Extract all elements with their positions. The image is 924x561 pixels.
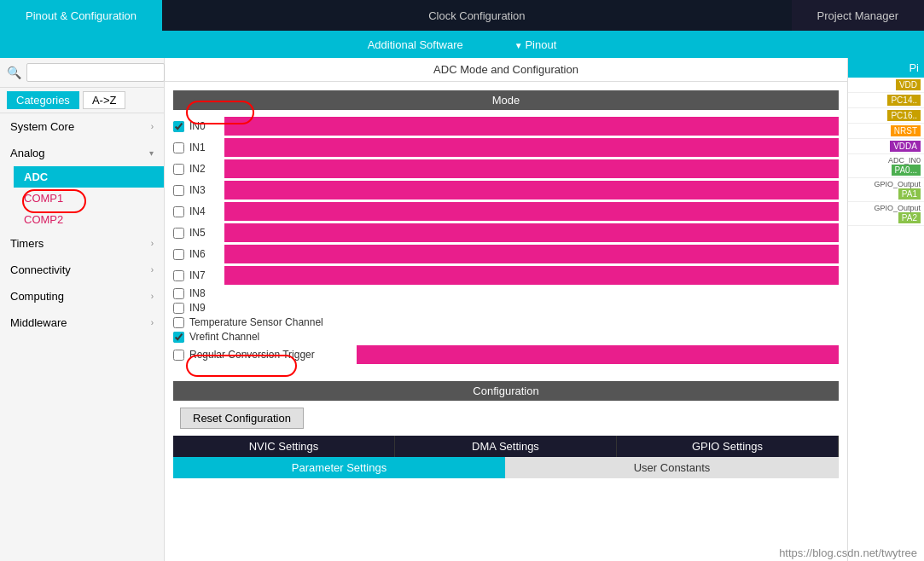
config-section: Configuration Reset Configuration NVIC S… <box>173 381 839 478</box>
channel-in2-label: IN2 <box>189 163 219 175</box>
channel-in4-row: IN4 <box>173 202 839 221</box>
channel-in3-checkbox[interactable] <box>173 185 184 196</box>
regular-conversion-label: Regular Conversion Trigger <box>189 349 352 361</box>
footer-url: https://blog.csdn.net/twytree <box>779 547 917 559</box>
tab-project-manager[interactable]: Project Manager <box>792 0 924 31</box>
search-input[interactable] <box>26 63 165 82</box>
tab-gpio-settings[interactable]: GPIO Settings <box>617 436 839 457</box>
sidebar-subitem-comp1[interactable]: COMP1 <box>14 188 164 209</box>
channel-in6-bar <box>224 245 839 263</box>
channel-in2-checkbox[interactable] <box>173 164 184 175</box>
chevron-right-icon: › <box>151 318 154 327</box>
tab-az[interactable]: A->Z <box>83 91 126 109</box>
channel-in2-bar <box>224 159 839 178</box>
channel-in6-checkbox[interactable] <box>173 249 184 260</box>
channel-in1-row: IN1 <box>173 138 839 157</box>
pin-pa2: GPIO_Output PA2 <box>848 202 924 226</box>
channel-in1-checkbox[interactable] <box>173 142 184 153</box>
chevron-right-icon: › <box>151 265 154 275</box>
channel-in4-bar <box>224 202 839 221</box>
chevron-right-icon: › <box>151 292 154 301</box>
pin-pc14: PC14.. <box>848 93 924 108</box>
channel-in9-checkbox[interactable] <box>173 303 184 314</box>
channel-in6-label: IN6 <box>189 248 219 260</box>
pin-nrst: NRST <box>848 124 924 139</box>
channel-in7-checkbox[interactable] <box>173 270 184 281</box>
nav-additional-software[interactable]: Additional Software <box>359 38 472 51</box>
channel-in8-row: IN8 <box>173 287 839 299</box>
config-buttons-row: Reset Configuration <box>173 401 839 436</box>
pin-pa2-badge: PA2 <box>898 212 921 223</box>
tab-user-constants[interactable]: User Constants <box>506 457 839 478</box>
pin-panel-header: Pi <box>848 58 924 78</box>
channel-in3-bar <box>224 181 839 200</box>
config-tabs-row2: Parameter Settings User Constants <box>173 457 839 478</box>
channel-in1-bar <box>224 138 839 157</box>
pin-vdda: VDDA <box>848 139 924 154</box>
gpio-output-pa1-label: GPIO_Output <box>874 180 921 188</box>
channel-in5-checkbox[interactable] <box>173 228 184 239</box>
main-layout: 🔍 ⚙ Categories A->Z System Core › Analog <box>0 58 924 561</box>
adc-mode-panel: Mode IN0 IN1 <box>165 82 847 561</box>
sidebar-item-timers[interactable]: Timers › <box>0 230 164 257</box>
channel-in9-row: IN9 <box>173 302 839 314</box>
channel-in0-checkbox[interactable] <box>173 121 184 132</box>
sidebar-item-middleware[interactable]: Middleware › <box>0 309 164 336</box>
pin-nrst-badge: NRST <box>891 125 921 136</box>
pin-vdd: VDD <box>848 78 924 93</box>
channel-in1-label: IN1 <box>189 142 219 153</box>
sidebar-item-system-core[interactable]: System Core › <box>0 113 164 140</box>
channel-in8-label: IN8 <box>189 287 206 299</box>
channel-in0-label: IN0 <box>189 120 219 132</box>
temperature-sensor-checkbox[interactable] <box>173 317 184 328</box>
search-icon: 🔍 <box>7 66 21 79</box>
pin-pa0: ADC_IN0 PA0... <box>848 154 924 178</box>
sidebar-item-analog[interactable]: Analog ▾ <box>0 140 164 166</box>
channel-in4-label: IN4 <box>189 205 219 217</box>
mode-section-header: Mode <box>173 90 839 110</box>
nav-pinout[interactable]: Pinout <box>506 38 566 51</box>
vrefint-label: Vrefint Channel <box>189 331 259 343</box>
content-wrapper: ADC Mode and Configuration Mode IN0 <box>165 58 924 561</box>
sidebar-filter-tabs: Categories A->Z <box>0 88 164 113</box>
reset-configuration-button[interactable]: Reset Configuration <box>180 408 304 429</box>
channel-in5-label: IN5 <box>189 227 219 239</box>
pin-vdda-badge: VDDA <box>890 141 921 152</box>
channel-in4-checkbox[interactable] <box>173 206 184 217</box>
main-content: ADC Mode and Configuration Mode IN0 <box>165 58 847 561</box>
gpio-output-pa2-label: GPIO_Output <box>874 204 921 212</box>
sidebar-subitem-adc[interactable]: ADC <box>14 166 164 188</box>
top-navigation: Pinout & Configuration Clock Configurati… <box>0 0 924 31</box>
channel-in5-bar <box>224 223 839 242</box>
pin-pa1: GPIO_Output PA1 <box>848 178 924 202</box>
channel-in8-checkbox[interactable] <box>173 288 184 299</box>
sidebar-subitem-comp2[interactable]: COMP2 <box>14 209 164 230</box>
tab-categories[interactable]: Categories <box>7 91 79 109</box>
tab-pinout-configuration[interactable]: Pinout & Configuration <box>0 0 162 31</box>
channel-in9-label: IN9 <box>189 302 206 314</box>
panel-title: ADC Mode and Configuration <box>165 58 847 82</box>
pin-panel: Pi VDD PC14.. PC16.. NRST <box>847 58 924 561</box>
pin-pc16: PC16.. <box>848 108 924 124</box>
regular-conversion-checkbox[interactable] <box>173 350 184 361</box>
channel-in2-row: IN2 <box>173 159 839 178</box>
analog-subitems: ADC COMP1 COMP2 <box>0 166 164 230</box>
tab-dma-settings[interactable]: DMA Settings <box>395 436 617 457</box>
sidebar-item-connectivity[interactable]: Connectivity › <box>0 257 164 283</box>
second-navigation: Additional Software Pinout <box>0 31 924 58</box>
pin-pa0-badge: PA0... <box>892 165 921 176</box>
vrefint-row: Vrefint Channel <box>173 331 839 343</box>
temperature-sensor-row: Temperature Sensor Channel <box>173 316 839 328</box>
tab-parameter-settings[interactable]: Parameter Settings <box>173 457 506 478</box>
tab-clock-configuration[interactable]: Clock Configuration <box>162 0 792 31</box>
channel-in3-row: IN3 <box>173 181 839 200</box>
tab-nvic-settings[interactable]: NVIC Settings <box>173 436 395 457</box>
vrefint-checkbox[interactable] <box>173 332 184 343</box>
channel-in6-row: IN6 <box>173 245 839 263</box>
pin-pa1-badge: PA1 <box>898 188 921 200</box>
pin-pc16-badge: PC16.. <box>887 110 921 121</box>
chevron-right-icon: › <box>151 122 154 131</box>
channel-in0-row: IN0 <box>173 117 839 136</box>
sidebar-item-computing[interactable]: Computing › <box>0 283 164 309</box>
sidebar-search-row: 🔍 ⚙ <box>0 58 164 88</box>
